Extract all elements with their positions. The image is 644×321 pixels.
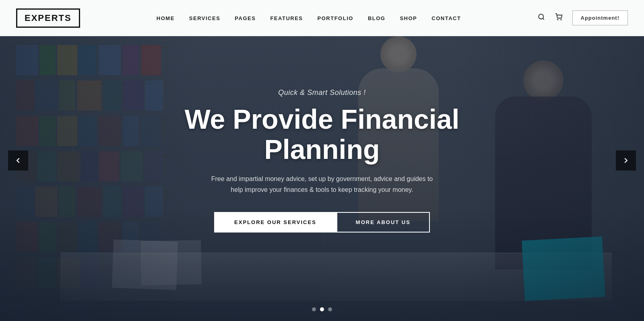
nav-home[interactable]: HOME xyxy=(157,15,175,21)
search-icon xyxy=(538,13,545,21)
logo[interactable]: EXPERTS xyxy=(16,8,80,28)
cart-icon xyxy=(555,13,563,21)
hero-tagline: Quick & Smart Solutions ! xyxy=(177,88,467,97)
navbar: EXPERTS HOME SERVICES PAGES FEATURES POR… xyxy=(0,0,644,36)
arrow-right-icon xyxy=(621,156,630,165)
prev-slide-button[interactable] xyxy=(8,150,28,171)
svg-point-0 xyxy=(539,14,543,19)
nav-contact[interactable]: CONTACT xyxy=(431,15,461,21)
appointment-button[interactable]: Appointment! xyxy=(572,10,628,25)
svg-point-2 xyxy=(557,19,558,20)
explore-services-button[interactable]: EXPLORE OUR SERVICES xyxy=(214,212,336,233)
hero-title: We Provide Financial Planning xyxy=(177,104,467,165)
arrow-left-icon xyxy=(14,156,23,165)
slide-dot-2[interactable] xyxy=(320,307,324,311)
nav-shop[interactable]: SHOP xyxy=(400,15,417,21)
more-about-us-button[interactable]: MORE ABOUT US xyxy=(336,212,430,233)
nav-pages[interactable]: PAGES xyxy=(235,15,256,21)
nav-portfolio[interactable]: PORTFOLIO xyxy=(318,15,353,21)
nav-features[interactable]: FEATURES xyxy=(270,15,303,21)
hero-content: Quick & Smart Solutions ! We Provide Fin… xyxy=(177,88,467,233)
search-button[interactable] xyxy=(538,13,545,23)
nav-links: HOME SERVICES PAGES FEATURES PORTFOLIO B… xyxy=(157,14,461,22)
hero-buttons: EXPLORE OUR SERVICES MORE ABOUT US xyxy=(177,212,467,233)
nav-blog[interactable]: BLOG xyxy=(368,15,386,21)
slide-dot-1[interactable] xyxy=(312,307,316,311)
nav-services[interactable]: SERVICES xyxy=(189,15,221,21)
nav-right-group: Appointment! xyxy=(538,10,628,25)
svg-point-3 xyxy=(561,19,561,20)
cart-button[interactable] xyxy=(555,13,563,23)
slide-dot-3[interactable] xyxy=(328,307,332,311)
hero-description: Free and impartial money advice, set up … xyxy=(209,173,435,195)
next-slide-button[interactable] xyxy=(616,150,636,171)
svg-line-1 xyxy=(543,18,544,19)
hero-section: EXPERTS HOME SERVICES PAGES FEATURES POR… xyxy=(0,0,644,321)
slide-dots xyxy=(312,307,332,311)
